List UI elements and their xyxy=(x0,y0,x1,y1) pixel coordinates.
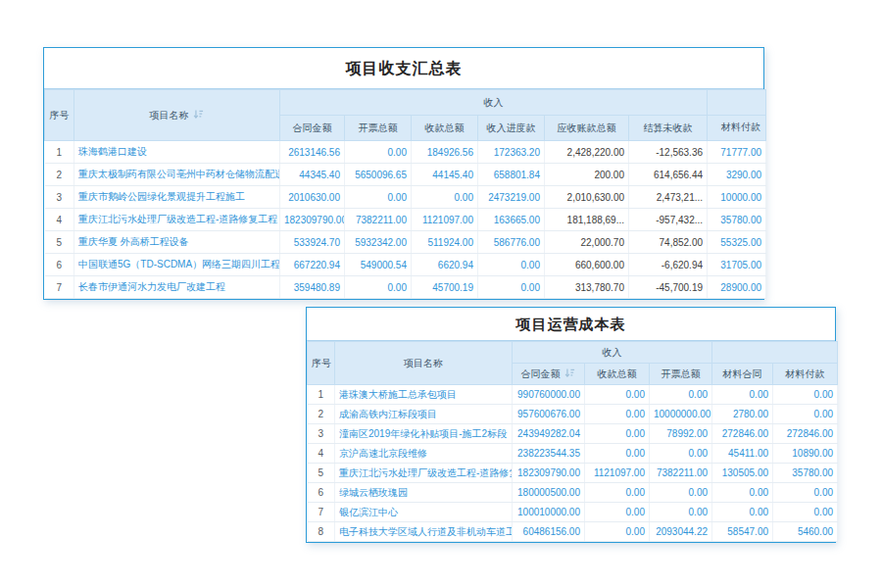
received-total-cell: 6620.94 xyxy=(412,254,478,276)
header-group-row: 序号 项目名称 收入 xyxy=(45,90,766,116)
project-name-link[interactable]: 银亿滨江中心 xyxy=(335,503,513,522)
table-row[interactable]: 5重庆江北污水处理厂级改造工程-道路修复工程182309790.00112109… xyxy=(308,464,838,483)
material-payment-cell: 3290.00 xyxy=(708,164,766,186)
table-row[interactable]: 4京沪高速北京段维修238223544.350.000.0045411.0010… xyxy=(308,444,838,464)
contract-amount-cell: 60486156.00 xyxy=(513,522,585,542)
invoice-total-cell: 0.00 xyxy=(345,276,412,299)
cost-table-title: 项目运营成本表 xyxy=(307,308,835,341)
received-total-cell: 0.00 xyxy=(585,424,650,444)
sort-icon[interactable] xyxy=(193,109,204,120)
income-progress-cell: 658801.84 xyxy=(478,164,545,186)
invoice-total-cell: 78992.00 xyxy=(650,424,712,444)
sort-icon[interactable] xyxy=(564,368,575,378)
material-contract-cell: 2780.00 xyxy=(712,405,773,424)
project-name-link[interactable]: 重庆江北污水处理厂级改造工程-道路修复工程 xyxy=(335,464,513,483)
invoice-total-cell: 5650096.65 xyxy=(345,164,412,186)
table-row[interactable]: 6中国联通5G（TD-SCDMA）网络三期四川工程667220.94549000… xyxy=(45,254,766,276)
project-name-link[interactable]: 重庆华夏 外高桥工程设备 xyxy=(74,231,280,254)
contract-amount-cell: 957600676.00 xyxy=(513,405,585,424)
table-row[interactable]: 8电子科技大学区域人行道及非机动车道工程60486156.000.0020930… xyxy=(308,522,838,542)
project-name-link[interactable]: 重庆江北污水处理厂级改造工程-道路修复工程 xyxy=(74,209,280,231)
col-header-material-payment-label: 材料付款 xyxy=(721,122,752,134)
contract-amount-cell: 182309790.00 xyxy=(280,209,345,231)
contract-amount-cell: 182309790.00 xyxy=(513,464,585,483)
col-header-contract-amount: 合同金额 xyxy=(280,116,345,141)
col-header-received-total: 收款总额 xyxy=(585,364,650,385)
project-name-link[interactable]: 重庆市鹅岭公园绿化景观提升工程施工 xyxy=(74,186,280,209)
material-payment-cell: 272846.00 xyxy=(773,424,838,444)
table-row[interactable]: 3潼南区2019年绿化补贴项目-施工2标段243949282.040.00789… xyxy=(308,424,838,444)
material-payment-cell: 0.00 xyxy=(773,503,838,522)
project-name-link[interactable]: 成渝高铁内江标段项目 xyxy=(335,405,513,424)
table-row[interactable]: 7长春市伊通河水力发电厂改建工程359480.890.0045700.190.0… xyxy=(45,276,766,299)
project-name-link[interactable]: 电子科技大学区域人行道及非机动车道工程 xyxy=(335,522,513,542)
header-group-row: 序号 项目名称 收入 xyxy=(308,342,838,364)
received-total-cell: 44145.40 xyxy=(412,164,478,186)
row-index: 3 xyxy=(308,424,335,444)
contract-amount-cell: 667220.94 xyxy=(280,254,345,276)
col-header-project-name: 项目名称 xyxy=(335,342,513,385)
cost-table: 序号 项目名称 收入 合同金额 收款总额 开票总额 材料合同 xyxy=(307,341,838,542)
invoice-total-cell: 2093044.22 xyxy=(650,522,712,542)
col-header-project-name[interactable]: 项目名称 xyxy=(74,90,280,141)
material-payment-cell: 35780.00 xyxy=(708,209,766,231)
contract-amount-cell: 44345.40 xyxy=(280,164,345,186)
unsettled-amount-cell: 74,852.00 xyxy=(629,231,708,254)
project-name-link[interactable]: 京沪高速北京段维修 xyxy=(335,444,513,464)
income-progress-cell: 0.00 xyxy=(478,254,545,276)
invoice-total-cell: 5932342.00 xyxy=(345,231,412,254)
invoice-total-cell: 10000000.00 xyxy=(650,405,712,424)
project-name-link[interactable]: 中国联通5G（TD-SCDMA）网络三期四川工程 xyxy=(74,254,280,276)
operating-cost-panel: 项目运营成本表 序号 项目名称 收入 合同金额 xyxy=(306,307,836,543)
contract-amount-cell: 100010000.00 xyxy=(513,503,585,522)
col-header-unsettled: 结算未收款 xyxy=(629,116,708,141)
unsettled-amount-cell: 614,656.44 xyxy=(629,164,708,186)
table-row[interactable]: 2成渝高铁内江标段项目957600676.000.0010000000.0027… xyxy=(308,405,838,424)
col-header-contract-amount[interactable]: 合同金额 xyxy=(513,364,585,385)
project-name-link[interactable]: 珠海鹤港口建设 xyxy=(74,141,280,164)
row-index: 1 xyxy=(308,385,335,405)
receivable-total-cell: 22,000.70 xyxy=(545,231,629,254)
received-total-cell: 0.00 xyxy=(585,483,650,503)
table-row[interactable]: 7银亿滨江中心100010000.000.000.000.000.00 xyxy=(308,503,838,522)
row-index: 2 xyxy=(308,405,335,424)
col-header-index: 序号 xyxy=(308,342,335,385)
received-total-cell: 45700.19 xyxy=(412,276,478,299)
invoice-total-cell: 0.00 xyxy=(345,186,412,209)
project-name-link[interactable]: 重庆太极制药有限公司亳州中药材仓储物流配送 xyxy=(74,164,280,186)
col-header-material-payment: 材料付款 xyxy=(708,116,766,141)
table-row[interactable]: 1珠海鹤港口建设2613146.560.00184926.56172363.20… xyxy=(45,141,766,164)
col-header-index: 序号 xyxy=(45,90,74,141)
material-payment-cell: 10000.00 xyxy=(708,186,766,209)
table-row[interactable]: 3重庆市鹅岭公园绿化景观提升工程施工2010630.000.000.002473… xyxy=(45,186,766,209)
material-contract-cell: 58547.00 xyxy=(712,522,773,542)
received-total-cell: 0.00 xyxy=(585,405,650,424)
invoice-total-cell: 549000.54 xyxy=(345,254,412,276)
invoice-total-cell: 7382211.00 xyxy=(650,464,712,483)
material-contract-cell: 0.00 xyxy=(712,483,773,503)
project-name-link[interactable]: 长春市伊通河水力发电厂改建工程 xyxy=(74,276,280,299)
material-payment-cell: 0.00 xyxy=(773,405,838,424)
table-row[interactable]: 6绿城云栖玫瑰园180000500.000.000.000.000.00 xyxy=(308,483,838,503)
invoice-total-cell: 0.00 xyxy=(345,141,412,164)
project-name-link[interactable]: 绿城云栖玫瑰园 xyxy=(335,483,513,503)
receivable-total-cell: 2,010,630.00 xyxy=(545,186,629,209)
table-row[interactable]: 4重庆江北污水处理厂级改造工程-道路修复工程182309790.00738221… xyxy=(45,209,766,231)
income-progress-cell: 586776.00 xyxy=(478,231,545,254)
project-name-link[interactable]: 港珠澳大桥施工总承包项目 xyxy=(335,385,513,405)
unsettled-amount-cell: -45,700.19 xyxy=(629,276,708,299)
receivable-total-cell: 660,600.00 xyxy=(545,254,629,276)
receivable-total-cell: 2,428,220.00 xyxy=(545,141,629,164)
receivable-total-cell: 313,780.70 xyxy=(545,276,629,299)
received-total-cell: 0.00 xyxy=(585,522,650,542)
row-index: 2 xyxy=(45,164,74,186)
income-group-header: 收入 xyxy=(513,342,712,364)
table-row[interactable]: 2重庆太极制药有限公司亳州中药材仓储物流配送44345.405650096.65… xyxy=(45,164,766,186)
table-row[interactable]: 1港珠澳大桥施工总承包项目990760000.000.000.000.000.0… xyxy=(308,385,838,405)
received-total-cell: 1121097.00 xyxy=(412,209,478,231)
table-row[interactable]: 5重庆华夏 外高桥工程设备533924.705932342.00511924.0… xyxy=(45,231,766,254)
project-name-link[interactable]: 潼南区2019年绿化补贴项目-施工2标段 xyxy=(335,424,513,444)
received-total-cell: 0.00 xyxy=(585,503,650,522)
row-index: 6 xyxy=(308,483,335,503)
invoice-total-cell: 0.00 xyxy=(650,385,712,405)
